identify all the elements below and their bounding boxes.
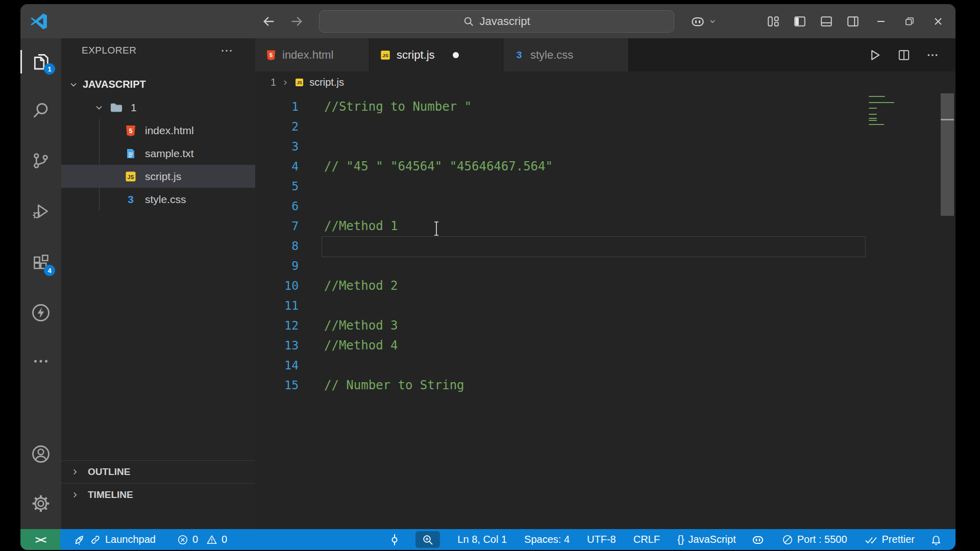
code-line[interactable]: 4// "45 " "64564" "45646467.564" bbox=[255, 157, 955, 177]
file-label: sample.txt bbox=[145, 147, 194, 160]
braces-icon: {} bbox=[677, 534, 684, 545]
screencast-commit-icon[interactable] bbox=[388, 533, 401, 546]
copilot-button[interactable] bbox=[690, 4, 717, 38]
breadcrumb-separator-icon bbox=[281, 79, 289, 87]
extensions-icon[interactable]: 4 bbox=[30, 252, 52, 274]
sidebar-more-icon[interactable]: ⋯ bbox=[220, 43, 234, 58]
code-line[interactable]: 2 bbox=[255, 117, 955, 137]
more-views-icon[interactable] bbox=[30, 350, 52, 372]
rocket-icon bbox=[74, 534, 86, 546]
cursor-position[interactable]: Ln 8, Col 1 bbox=[457, 534, 507, 545]
error-icon bbox=[177, 534, 188, 545]
eol-sequence[interactable]: CRLF bbox=[633, 534, 660, 545]
source-control-icon[interactable] bbox=[30, 149, 52, 172]
customize-layout-icon[interactable] bbox=[767, 15, 780, 28]
code-editor[interactable]: 1//String to Number " 2 3 4// "45 " "645… bbox=[255, 93, 955, 529]
code-line[interactable]: 15// Number to String bbox=[255, 375, 955, 395]
chevron-down-icon bbox=[94, 103, 104, 113]
tab-index-html[interactable]: index.html bbox=[255, 38, 370, 71]
workspace-root[interactable]: JAVASCRIPT bbox=[61, 73, 255, 96]
notifications-bell-icon[interactable] bbox=[930, 534, 942, 546]
explorer-icon[interactable]: 1 bbox=[30, 50, 52, 72]
run-file-icon[interactable] bbox=[868, 48, 882, 62]
menu-icon[interactable] bbox=[71, 4, 89, 38]
blocked-circle-icon bbox=[782, 534, 793, 545]
file-row-script-js[interactable]: script.js bbox=[61, 165, 255, 188]
sidebar-header: EXPLORER ⋯ bbox=[61, 38, 255, 63]
extensions-badge: 4 bbox=[44, 265, 55, 276]
double-check-icon bbox=[865, 534, 878, 545]
folder-icon bbox=[109, 101, 124, 115]
run-debug-icon[interactable] bbox=[30, 200, 52, 222]
html-icon bbox=[265, 49, 277, 61]
code-line[interactable]: 6 bbox=[255, 196, 955, 216]
outline-section[interactable]: OUTLINE bbox=[61, 460, 255, 483]
code-line[interactable]: 1//String to Number " bbox=[255, 97, 955, 117]
code-line[interactable]: 14 bbox=[255, 356, 955, 375]
timeline-section[interactable]: TIMELINE bbox=[61, 483, 255, 506]
tab-script-js[interactable]: script.js bbox=[370, 38, 503, 71]
warning-icon bbox=[206, 534, 217, 545]
command-center-search[interactable]: Javascript bbox=[319, 10, 674, 33]
code-line[interactable]: 10//Method 2 bbox=[255, 276, 955, 296]
file-row-style-css[interactable]: style.css bbox=[61, 188, 255, 211]
code-line[interactable]: 13//Method 4 bbox=[255, 336, 955, 356]
active-view-indicator bbox=[20, 50, 22, 73]
code-line[interactable]: 8 bbox=[255, 236, 955, 256]
file-label: script.js bbox=[145, 170, 181, 183]
text-file-icon bbox=[125, 147, 137, 160]
explorer-badge: 1 bbox=[44, 63, 55, 74]
copilot-status-icon[interactable] bbox=[751, 533, 765, 546]
close-icon[interactable] bbox=[929, 11, 947, 32]
editor-more-icon[interactable] bbox=[926, 48, 939, 62]
code-line[interactable]: 3 bbox=[255, 137, 955, 157]
zoom-in-icon bbox=[422, 534, 434, 546]
toggle-primary-sidebar-icon[interactable] bbox=[793, 15, 806, 28]
file-row-sample-txt[interactable]: sample.txt bbox=[61, 142, 255, 165]
code-line[interactable]: 7//Method 1 bbox=[255, 216, 955, 236]
unsaved-dot-icon[interactable] bbox=[453, 52, 459, 58]
code-line[interactable]: 11 bbox=[255, 296, 955, 316]
tab-style-css[interactable]: style.css bbox=[503, 38, 629, 71]
file-row-index-html[interactable]: index.html bbox=[61, 119, 255, 142]
problems-item[interactable]: 0 0 bbox=[177, 534, 227, 545]
toggle-secondary-sidebar-icon[interactable] bbox=[846, 15, 860, 28]
editor-area: index.html script.js style.css bbox=[255, 38, 955, 529]
language-mode[interactable]: {} JavaScript bbox=[677, 534, 736, 545]
minimize-icon[interactable] bbox=[872, 11, 890, 32]
overview-cursor-mark bbox=[941, 119, 954, 120]
prettier-item[interactable]: Prettier bbox=[865, 534, 915, 545]
encoding[interactable]: UTF-8 bbox=[587, 534, 616, 545]
forward-arrow-icon[interactable] bbox=[288, 4, 305, 38]
live-server-icon[interactable] bbox=[30, 302, 52, 324]
account-icon[interactable] bbox=[30, 443, 52, 465]
breadcrumb-folder[interactable]: 1 bbox=[271, 77, 276, 88]
toggle-panel-icon[interactable] bbox=[820, 15, 833, 28]
breadcrumb-file[interactable]: script.js bbox=[309, 77, 344, 88]
search-view-icon[interactable] bbox=[30, 99, 52, 122]
vscode-logo-icon bbox=[30, 4, 49, 38]
code-line[interactable]: 5 bbox=[255, 177, 955, 196]
tab-label: script.js bbox=[397, 48, 435, 62]
folder-row[interactable]: 1 bbox=[61, 96, 255, 119]
split-editor-icon[interactable] bbox=[897, 48, 911, 62]
status-bar: >< Launchpad 0 0 bbox=[20, 529, 955, 550]
back-arrow-icon[interactable] bbox=[260, 4, 278, 38]
minimap[interactable] bbox=[867, 96, 903, 129]
scrollbar-thumb[interactable] bbox=[941, 93, 954, 216]
zoom-indicator[interactable] bbox=[415, 531, 440, 548]
launchpad-item[interactable]: Launchpad bbox=[74, 534, 156, 546]
live-server-port[interactable]: Port : 5500 bbox=[782, 534, 847, 545]
outline-label: OUTLINE bbox=[88, 466, 130, 478]
code-line[interactable]: 12//Method 3 bbox=[255, 316, 955, 336]
launchpad-label: Launchpad bbox=[105, 534, 156, 545]
mouse-ibeam-cursor bbox=[433, 221, 440, 236]
js-icon bbox=[380, 49, 391, 61]
settings-gear-icon[interactable] bbox=[30, 492, 52, 515]
code-line[interactable]: 9 bbox=[255, 256, 955, 276]
restore-icon[interactable] bbox=[900, 11, 919, 32]
breadcrumb[interactable]: 1 script.js bbox=[255, 71, 955, 93]
remote-indicator[interactable]: >< bbox=[20, 529, 60, 550]
indentation[interactable]: Spaces: 4 bbox=[524, 534, 570, 545]
chevron-right-icon bbox=[70, 467, 80, 477]
